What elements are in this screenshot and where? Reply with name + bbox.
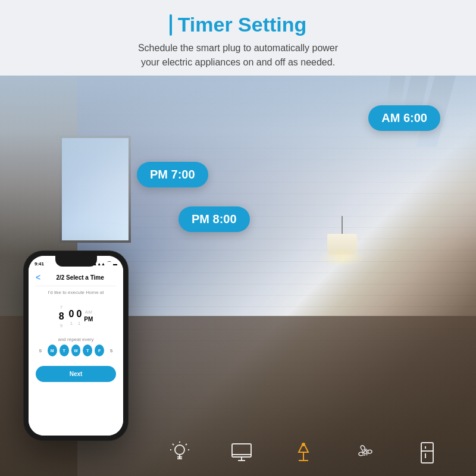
phone-mockup: 9:41 ▲▲▲ ⌒ ▬ < 2/2 Select a Time: [24, 251, 128, 440]
hour-mid: 8: [59, 311, 64, 322]
day-tuesday[interactable]: T: [60, 345, 69, 356]
ampm-mid: PM: [84, 316, 93, 322]
monitor-icon: [230, 440, 253, 464]
pendant-cord: [342, 216, 343, 234]
svg-line-5: [186, 444, 187, 445]
bulb-icon: [168, 440, 192, 464]
min-mid: 0: [69, 309, 74, 320]
phone-prompt: I'd like to execute Home at: [36, 290, 116, 295]
phone-outer: 9:41 ▲▲▲ ⌒ ▬ < 2/2 Select a Time: [24, 251, 128, 440]
svg-point-16: [302, 443, 305, 446]
day-thursday[interactable]: T: [83, 345, 92, 356]
status-icons: ▲▲▲ ⌒ ▬: [93, 261, 117, 267]
nav-title: 2/2 Select a Time: [44, 274, 116, 281]
header-title: Timer Setting: [12, 13, 464, 36]
back-button[interactable]: <: [36, 273, 40, 282]
day-selector[interactable]: S M T W T F S: [36, 345, 116, 356]
bottom-icons-row: [149, 440, 458, 464]
second-column[interactable]: 0 1: [76, 308, 82, 326]
min-bot: 1: [70, 321, 73, 326]
hour-bot: 9: [60, 323, 62, 328]
pendant-glow: [318, 249, 366, 267]
icon-item-monitor: [230, 440, 253, 464]
hour-column[interactable]: 7 8 9: [59, 305, 64, 328]
svg-rect-19: [421, 443, 433, 463]
day-friday[interactable]: F: [95, 345, 104, 356]
icon-item-fridge: [415, 440, 439, 464]
phone-nav: < 2/2 Select a Time: [36, 273, 116, 286]
title-bar-decoration: [170, 14, 172, 36]
bubble-pm700: PM 7:00: [137, 162, 208, 187]
minute-column[interactable]: 0 1: [69, 308, 74, 326]
pendant-lamp: [327, 216, 357, 255]
ampm-top: AM: [85, 309, 92, 315]
bubble-pm800: PM 8:00: [178, 206, 250, 232]
svg-point-17: [364, 451, 367, 454]
ampm-column[interactable]: AM PM: [84, 309, 93, 324]
day-saturday[interactable]: S: [107, 345, 116, 356]
wifi-icon: ⌒: [107, 261, 111, 267]
repeat-label: and repeat every: [36, 337, 116, 342]
battery-icon: ▬: [113, 262, 117, 266]
svg-line-7: [173, 444, 174, 445]
phone-screen: 9:41 ▲▲▲ ⌒ ▬ < 2/2 Select a Time: [29, 256, 123, 436]
sec-mid: 0: [76, 309, 82, 320]
day-wednesday[interactable]: W: [71, 345, 81, 356]
pendant-shade: [327, 234, 357, 255]
scene: 9:41 ▲▲▲ ⌒ ▬ < 2/2 Select a Time: [0, 76, 476, 476]
page-title: Timer Setting: [178, 13, 307, 36]
subtitle: Schedule the smart plug to automatically…: [71, 41, 405, 70]
svg-point-0: [175, 445, 184, 455]
fridge-icon: [415, 440, 439, 464]
page-wrapper: Timer Setting Schedule the smart plug to…: [0, 0, 476, 476]
phone-content: < 2/2 Select a Time I'd like to execute …: [29, 269, 123, 436]
day-monday[interactable]: M: [48, 345, 57, 356]
fan-icon: [353, 440, 377, 464]
next-button[interactable]: Next: [36, 366, 116, 382]
lamp-icon: [292, 440, 315, 464]
icon-item-lamp: [292, 440, 315, 464]
phone-notch: [55, 256, 97, 267]
icon-item-fan: [353, 440, 377, 464]
header: Timer Setting Schedule the smart plug to…: [0, 0, 476, 76]
icon-item-bulb: [168, 440, 192, 464]
sec-bot: 1: [78, 321, 80, 326]
status-time: 9:41: [35, 261, 44, 267]
bubble-am600: AM 6:00: [368, 105, 440, 131]
time-picker[interactable]: 7 8 9 0 1: [36, 301, 116, 332]
hour-top: 7: [60, 305, 62, 310]
day-sunday[interactable]: S: [36, 345, 45, 356]
